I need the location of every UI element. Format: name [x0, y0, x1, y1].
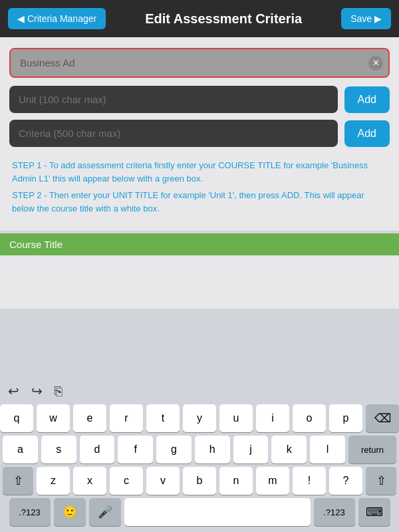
key-t[interactable]: t — [146, 404, 180, 432]
key-d[interactable]: d — [80, 436, 115, 464]
instructions: STEP 1 - To add assessment criteria firs… — [9, 154, 390, 224]
key-delete[interactable]: ⌫ — [366, 404, 399, 432]
unit-row: Add — [9, 86, 390, 113]
header: ◀ Criteria Manager Edit Assessment Crite… — [0, 0, 399, 37]
key-v[interactable]: v — [146, 467, 180, 495]
key-c[interactable]: c — [110, 467, 143, 495]
key-r[interactable]: r — [110, 404, 143, 432]
key-l[interactable]: l — [310, 436, 345, 464]
clear-icon[interactable]: ✕ — [368, 56, 383, 70]
criteria-add-button[interactable]: Add — [344, 120, 390, 147]
save-button[interactable]: Save ▶ — [341, 8, 391, 29]
key-shift-right[interactable]: ⇧ — [366, 467, 396, 495]
key-numpad-right[interactable]: .?123 — [314, 498, 355, 526]
step1-text: STEP 1 - To add assessment criteria firs… — [12, 159, 387, 185]
paste-icon[interactable]: ⎘ — [55, 384, 63, 399]
key-exclaim[interactable]: ! — [293, 467, 326, 495]
main-content: ✕ Add Add STEP 1 - To add assessment cri… — [0, 37, 399, 231]
keyboard-row-2: a s d f g h j k l return — [3, 436, 396, 464]
criteria-row: Add — [9, 120, 390, 147]
key-numpad-left[interactable]: .?123 — [9, 498, 51, 526]
criteria-input[interactable] — [9, 120, 338, 147]
key-x[interactable]: x — [73, 467, 106, 495]
key-y[interactable]: y — [183, 404, 216, 432]
key-f[interactable]: f — [118, 436, 153, 464]
keyboard-row-4: .?123 🙂 🎤 .?123 ⌨ — [3, 498, 396, 526]
back-button[interactable]: ◀ Criteria Manager — [8, 8, 106, 29]
key-j[interactable]: j — [233, 436, 269, 464]
key-question[interactable]: ? — [329, 467, 362, 495]
key-emoji[interactable]: 🙂 — [54, 498, 86, 526]
undo-icon[interactable]: ↩ — [8, 383, 19, 399]
course-title-bar: Course Title — [0, 233, 399, 255]
key-s[interactable]: s — [41, 436, 76, 464]
key-o[interactable]: o — [293, 404, 326, 432]
keyboard: ↩ ↪ ⎘ q w e r t y u i o p ⌫ a s d f g h … — [0, 376, 399, 532]
key-keyboard[interactable]: ⌨ — [358, 498, 390, 526]
key-w[interactable]: w — [37, 404, 70, 432]
unit-input[interactable] — [9, 86, 338, 113]
key-shift-left[interactable]: ⇧ — [3, 467, 33, 495]
keyboard-row-3: ⇧ z x c v b n m ! ? ⇧ — [3, 467, 396, 495]
key-i[interactable]: i — [256, 404, 289, 432]
content-area — [0, 255, 399, 309]
key-u[interactable]: u — [219, 404, 253, 432]
key-z[interactable]: z — [37, 467, 70, 495]
key-n[interactable]: n — [219, 467, 253, 495]
key-space[interactable] — [124, 498, 311, 526]
course-title-input[interactable] — [12, 51, 368, 75]
keyboard-toolbar: ↩ ↪ ⎘ — [3, 380, 396, 404]
key-a[interactable]: a — [3, 436, 38, 464]
key-k[interactable]: k — [271, 436, 307, 464]
key-m[interactable]: m — [256, 467, 289, 495]
page-title: Edit Assessment Criteria — [106, 11, 341, 27]
key-g[interactable]: g — [156, 436, 192, 464]
unit-add-button[interactable]: Add — [344, 86, 390, 113]
key-e[interactable]: e — [73, 404, 106, 432]
keyboard-row-1: q w e r t y u i o p ⌫ — [3, 404, 396, 432]
course-title-row: ✕ — [9, 48, 390, 78]
key-b[interactable]: b — [183, 467, 216, 495]
key-q[interactable]: q — [0, 404, 33, 432]
key-p[interactable]: p — [329, 404, 362, 432]
key-return[interactable]: return — [348, 436, 396, 464]
redo-icon[interactable]: ↪ — [31, 383, 43, 399]
key-mic[interactable]: 🎤 — [89, 498, 121, 526]
step2-text: STEP 2 - Then enter your UNIT TITLE for … — [12, 189, 387, 215]
key-h[interactable]: h — [195, 436, 230, 464]
